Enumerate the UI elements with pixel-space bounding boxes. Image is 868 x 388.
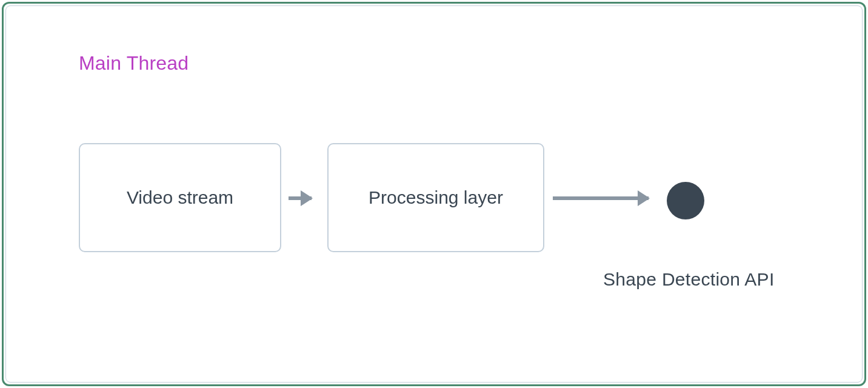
node-processing-layer-label: Processing layer [369,187,503,208]
node-video-stream-label: Video stream [127,187,233,208]
endpoint-dot-icon [667,182,704,219]
arrow-icon [289,196,312,200]
thread-title: Main Thread [79,52,189,75]
diagram-outer-frame: Main Thread Video stream Processing laye… [2,2,866,386]
node-processing-layer: Processing layer [327,143,544,252]
endpoint-label: Shape Detection API [603,269,775,290]
node-video-stream: Video stream [79,143,281,252]
arrow-icon [553,196,649,200]
diagram-inner-frame: Main Thread Video stream Processing laye… [5,5,863,383]
